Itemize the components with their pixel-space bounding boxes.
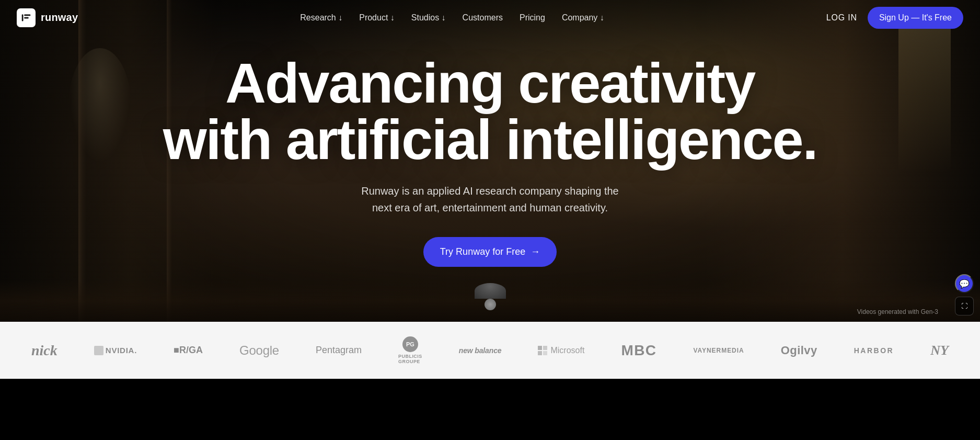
logo-ogilvy: Ogilvy [781,344,817,357]
hero-title: Advancing creativity with artificial int… [163,55,817,168]
fullscreen-icon: ⛶ [961,302,967,310]
logo-vaynermedia: VAYNERMEDIA [693,347,744,354]
nav-logo-text: runway [41,12,78,24]
hero-content: Advancing creativity with artificial int… [153,55,828,267]
logo-pentagram: Pentagram [316,345,362,356]
nav-link-product[interactable]: Product ↓ [351,9,403,27]
hero-cta-label: Try Runway for Free [440,246,525,257]
nav-link-studios[interactable]: Studios ↓ [403,9,454,27]
rga-logo-text: ■R/GA [174,345,203,356]
hero-columns-left [78,0,86,322]
nav-links: Research ↓ Product ↓ Studios ↓ Customers… [292,9,613,27]
nav-link-research[interactable]: Research ↓ [292,9,351,27]
hero-subtitle: Runway is an applied AI research company… [163,183,817,216]
logo-rga: ■R/GA [174,345,203,356]
vaynermedia-logo-text: VAYNERMEDIA [693,347,744,354]
hero-section: Advancing creativity with artificial int… [0,0,980,322]
nb-logo-text: new balance [459,346,502,355]
signup-button[interactable]: Sign Up — It's Free [868,7,963,29]
hero-title-line1: Advancing creativity [225,51,755,115]
hero-cta-button[interactable]: Try Runway for Free → [423,237,557,267]
login-button[interactable]: LOG IN [826,13,857,22]
logo-nick: nick [31,342,57,359]
logo-google: Google [239,343,279,358]
logo-harbor: HARBOR [854,346,894,355]
logo-microsoft: Microsoft [538,346,584,355]
chat-icon: 💬 [959,279,970,289]
hero-cta-arrow: → [531,246,540,257]
hero-right-window [898,16,951,173]
pentagram-logo-text: Pentagram [316,345,362,356]
nav-link-pricing[interactable]: Pricing [511,9,554,27]
mbc-logo-text: MBC [621,342,656,359]
hero-title-line2: with artificial intelligence. [163,108,817,171]
video-attribution: Videos generated with Gen-3 [857,308,938,315]
logo-publicis: PG PUBLICISGROUPE [398,336,422,364]
google-logo-text: Google [239,343,279,358]
logo-mbc: MBC [621,342,656,359]
fullscreen-button[interactable]: ⛶ [955,297,974,315]
logo-yankees: NY [930,343,949,358]
harbor-logo-text: HARBOR [854,346,894,355]
hero-person-figure [475,283,506,311]
nav-link-company[interactable]: Company ↓ [554,9,613,27]
logo-nvidia: NVIDIA. [94,346,137,355]
svg-rect-0 [22,14,24,21]
logo-newbalance: new balance [459,346,502,355]
yankees-logo-text: NY [930,343,949,358]
nav-actions: LOG IN Sign Up — It's Free [826,7,963,29]
navbar: runway Research ↓ Product ↓ Studios ↓ Cu… [0,0,980,35]
chat-support-button[interactable]: 💬 [955,274,974,293]
svg-rect-1 [24,14,30,16]
svg-rect-2 [24,17,28,18]
nick-logo-text: nick [31,342,57,359]
nav-logo[interactable]: runway [17,8,78,27]
runway-logo-icon [17,8,36,27]
logos-bar: nick NVIDIA. ■R/GA Google Pentagram PG P… [0,322,980,379]
ogilvy-logo-text: Ogilvy [781,344,817,357]
runway-icon [20,12,32,24]
nav-link-customers[interactable]: Customers [454,9,511,27]
